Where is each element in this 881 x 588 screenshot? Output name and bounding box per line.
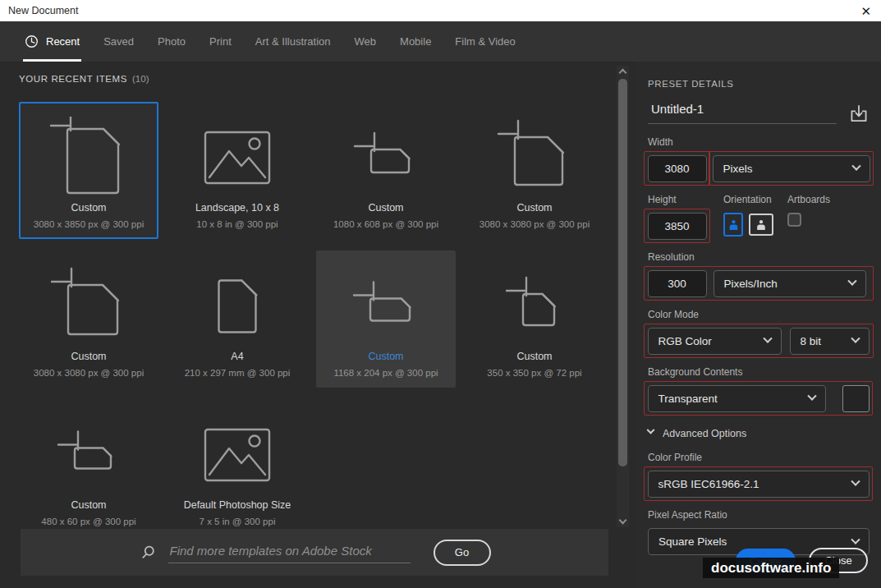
recent-item-card[interactable]: A4210 x 297 mm @ 300 ppi [167,250,307,388]
card-dimensions: 3080 x 3080 px @ 300 ppi [480,219,590,229]
plain-doc-icon [196,265,278,347]
resolution-input[interactable] [648,270,707,297]
card-title: A4 [231,351,243,362]
width-annotation [644,151,710,186]
chevron-down-icon [851,162,860,171]
color-mode-label: Color Mode [648,309,870,320]
crop-doc-icon [48,265,130,347]
resolution-label: Resolution [648,251,870,263]
scroll-up-icon[interactable] [619,69,627,77]
tab-web[interactable]: Web [355,21,377,62]
chevron-down-icon [763,334,772,343]
section-heading-count: (10) [132,74,149,84]
resolution-annotation: Pixels/Inch [644,266,874,301]
artboards-checkbox[interactable] [787,213,801,227]
clock-icon [25,34,39,48]
crop-doc-icon [345,265,427,347]
color-mode-annotation: RGB Color 8 bit [644,324,874,358]
card-dimensions: 3080 x 3080 px @ 300 ppi [34,368,144,378]
width-input[interactable] [648,155,707,182]
tab-label: Art & Illustration [255,35,331,48]
tab-print[interactable]: Print [209,21,232,62]
close-icon[interactable]: ✕ [860,5,871,17]
preset-details-panel: PRESET DETAILS Width Pixels Height [636,62,881,588]
stock-search-input[interactable] [168,542,411,563]
tab-label: Saved [103,35,134,48]
width-unit-select[interactable]: Pixels [713,155,870,182]
recent-item-card[interactable]: Landscape, 10 x 810 x 8 in @ 300 ppi [167,102,307,239]
resolution-unit-select[interactable]: Pixels/Inch [714,270,866,297]
card-dimensions: 480 x 60 px @ 300 ppi [41,517,135,526]
recent-item-card[interactable]: Custom3080 x 3080 px @ 300 ppi [465,102,604,239]
scrollbar[interactable] [617,66,629,527]
recent-item-card[interactable]: Default Photoshop Size7 x 5 in @ 300 ppi [167,399,307,536]
tab-photo[interactable]: Photo [158,21,186,62]
tab-label: Web [355,35,377,48]
tab-bar: RecentSavedPhotoPrintArt & IllustrationW… [0,21,881,62]
card-title: Custom [516,351,552,362]
tab-label: Print [209,35,232,48]
orientation-portrait-button[interactable] [723,213,743,237]
card-title: Custom [368,202,403,214]
background-contents-select[interactable]: Transparent [648,385,826,412]
height-input[interactable] [648,213,707,240]
preset-details-heading: PRESET DETAILS [648,79,870,89]
tab-label: Recent [46,35,80,48]
card-title: Custom [368,351,403,362]
window-titlebar: New Document ✕ [0,0,881,21]
artboards-label: Artboards [787,194,830,205]
save-preset-icon[interactable] [848,103,870,124]
chevron-down-icon [807,392,816,401]
section-heading-text: YOUR RECENT ITEMS [19,74,127,84]
height-label: Height [648,194,706,205]
scroll-down-icon[interactable] [619,517,627,525]
go-button[interactable]: Go [434,540,491,566]
card-dimensions: 1080 x 608 px @ 300 ppi [333,219,438,229]
tab-mobile[interactable]: Mobile [400,21,431,62]
color-profile-select[interactable]: sRGB IEC61966-2.1 [648,471,870,498]
card-dimensions: 350 x 350 px @ 72 ppi [487,368,581,378]
chevron-down-icon [647,426,655,434]
tab-label: Photo [158,35,186,48]
card-title: Custom [71,499,106,511]
card-dimensions: 210 x 297 mm @ 300 ppi [185,368,291,378]
advanced-options-toggle[interactable]: Advanced Options [648,428,870,439]
card-dimensions: 10 x 8 in @ 300 ppi [196,219,278,229]
chevron-down-icon [851,334,860,343]
card-dimensions: 7 x 5 in @ 300 ppi [200,517,276,526]
crop-doc-icon [345,117,427,199]
height-group: Height [648,194,706,239]
crop-doc-icon [493,117,576,199]
chevron-down-icon [847,277,856,286]
search-icon [139,544,157,562]
color-profile-label: Color Profile [648,452,870,463]
tab-saved[interactable]: Saved [103,21,134,62]
background-color-swatch[interactable] [842,385,870,412]
scrollbar-thumb[interactable] [618,79,627,466]
recent-item-card[interactable]: Custom3080 x 3080 px @ 300 ppi [19,250,158,388]
bit-depth-select[interactable]: 8 bit [790,328,870,355]
recent-item-card[interactable]: Custom480 x 60 px @ 300 ppi [19,399,158,536]
width-unit-annotation: Pixels [709,151,874,186]
card-title: Default Photoshop Size [184,499,291,511]
recent-item-card[interactable]: Custom1080 x 608 px @ 300 ppi [316,102,456,239]
width-label: Width [648,136,870,148]
crop-doc-icon [48,414,130,496]
recent-items-section: YOUR RECENT ITEMS(10) Custom3080 x 3850 … [0,62,636,588]
height-annotation [644,209,710,243]
tab-recent[interactable]: Recent [25,21,80,62]
document-name-field[interactable] [648,102,837,124]
recent-item-card[interactable]: Custom1168 x 204 px @ 300 ppi [316,250,456,388]
orientation-landscape-button[interactable] [749,214,773,236]
chevron-down-icon [851,477,860,486]
tab-art-illustration[interactable]: Art & Illustration [255,21,331,62]
adobe-stock-search-bar: Go [21,529,608,576]
recent-item-card[interactable]: Custom350 x 350 px @ 72 ppi [465,250,604,388]
color-mode-select[interactable]: RGB Color [648,328,782,355]
card-title: Custom [71,202,106,214]
chevron-down-icon [851,535,860,544]
recent-item-card[interactable]: Custom3080 x 3850 px @ 300 ppi [19,102,158,239]
watermark: docusoftware.info [703,558,839,578]
card-dimensions: 1168 x 204 px @ 300 ppi [333,368,438,378]
tab-film-video[interactable]: Film & Video [455,21,515,62]
